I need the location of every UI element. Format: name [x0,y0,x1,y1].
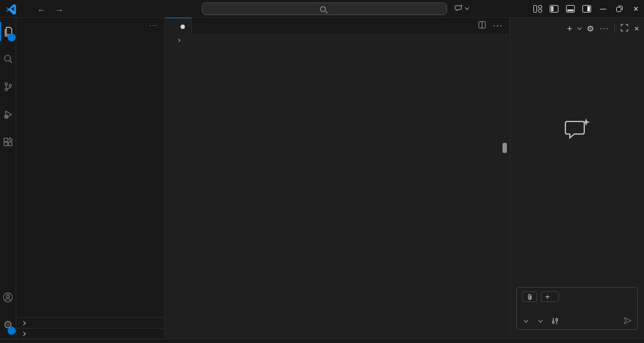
divider [614,24,615,33]
activity-extensions-button[interactable] [0,128,16,156]
unsaved-dot-icon[interactable] [180,25,185,29]
chat-input-box[interactable]: + [516,287,638,330]
activity-explorer-button[interactable] [0,18,16,45]
chat-more-actions-icon[interactable]: ··· [599,24,609,33]
vscode-logo-icon [6,3,17,14]
editor-scrollbar[interactable] [501,45,509,339]
paperclip-icon [526,293,533,301]
tab-settings-py[interactable] [165,18,192,35]
command-center-search[interactable] [202,3,447,15]
configure-tools-icon[interactable] [551,317,559,326]
status-bar [0,339,644,343]
settings-gear-button[interactable]: ⚙ [0,311,16,339]
tab-bar: ··· [165,18,509,35]
chat-settings-gear-icon[interactable]: ⚙ [587,24,594,33]
vscode-window: ← → [0,0,644,343]
outline-section[interactable] [17,317,164,328]
context-chip-settings-py[interactable]: + [541,291,559,302]
send-button[interactable] [623,317,632,326]
explorer-header: ··· [17,18,164,33]
explorer-unsaved-badge [8,33,16,42]
model-dropdown[interactable] [536,320,542,323]
scrollbar-thumb[interactable] [502,143,507,153]
chevron-down-icon [465,5,469,9]
search-icon [320,6,326,12]
history-navigation: ← → [37,4,64,14]
code-editor[interactable] [165,45,509,339]
accounts-button[interactable] [0,283,16,311]
activity-run-debug-button[interactable] [0,101,16,128]
chat-panel: + ⚙ ··· × [509,18,644,339]
copilot-chat-icon [454,4,464,13]
window-controls: × [530,0,644,18]
toggle-primary-sidebar-button[interactable] [546,0,562,18]
tab-more-actions-icon[interactable]: ··· [492,20,502,31]
close-button[interactable]: × [628,0,644,18]
customize-layout-button[interactable] [530,0,546,18]
toggle-panel-button[interactable] [562,0,579,18]
restore-button[interactable] [611,0,628,18]
editor-group: ··· [165,18,509,339]
mode-dropdown[interactable] [522,320,528,323]
chat-header: + ⚙ ··· × [510,18,644,39]
chevron-down-icon [538,318,543,323]
title-bar: ← → [0,0,644,18]
activity-search-button[interactable] [0,45,16,73]
settings-badge [8,327,16,335]
editor-actions: ··· [478,18,509,34]
chevron-down-icon[interactable] [577,25,582,30]
copilot-menu-button[interactable] [454,4,469,13]
split-editor-icon[interactable] [478,20,486,31]
chat-sparkle-icon [564,118,591,142]
maximize-panel-icon[interactable] [621,23,628,34]
attach-context-button[interactable] [522,291,537,302]
chevron-right-icon [21,320,26,325]
toggle-secondary-sidebar-button[interactable] [579,0,595,18]
activity-bar: ⚙ [0,18,16,339]
chat-welcome [510,118,644,162]
new-chat-icon[interactable]: + [567,24,572,33]
chevron-right-icon [177,38,180,42]
timeline-section[interactable] [17,328,164,339]
forward-arrow-icon[interactable]: → [55,4,64,14]
chevron-down-icon [524,318,528,323]
back-arrow-icon[interactable]: ← [37,4,46,14]
breadcrumb[interactable] [165,35,509,45]
explorer-more-actions-icon[interactable]: ··· [149,21,158,29]
activity-source-control-button[interactable] [0,73,16,101]
chevron-right-icon [21,331,26,335]
minimap[interactable] [464,45,501,339]
close-panel-icon[interactable]: × [634,24,639,33]
plus-icon: + [545,293,550,301]
minimize-button[interactable] [595,0,611,18]
sidebar-panels [17,317,164,339]
explorer-sidebar: ··· [17,18,165,339]
